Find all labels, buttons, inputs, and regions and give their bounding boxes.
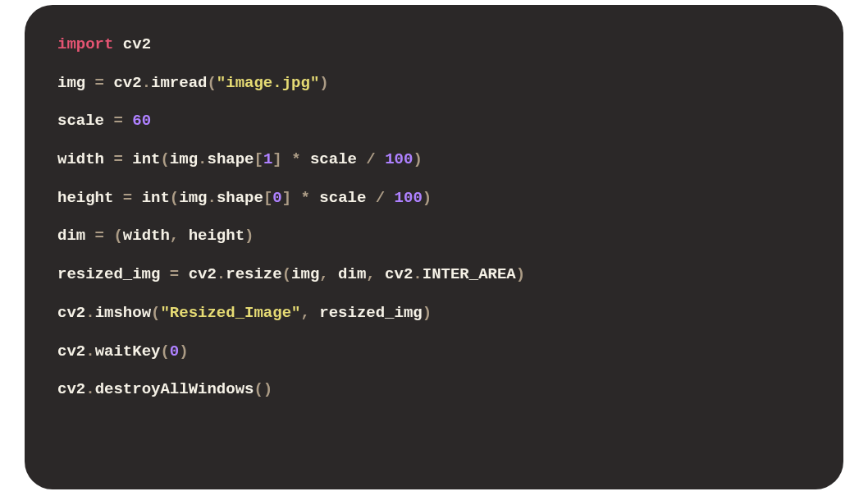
code-token: , — [300, 304, 309, 322]
code-token: 60 — [132, 112, 151, 130]
code-token: = — [95, 74, 104, 92]
code-line: scale = 60 — [57, 111, 811, 131]
code-token: . — [85, 304, 94, 322]
code-token: = — [170, 265, 179, 283]
code-token: , — [170, 227, 179, 245]
code-token: . — [413, 265, 422, 283]
code-token: 100 — [385, 150, 413, 168]
code-token: import — [57, 35, 113, 53]
code-token: . — [217, 265, 226, 283]
code-token — [376, 150, 385, 168]
code-token: cv2 — [104, 74, 142, 92]
code-token: shape — [207, 150, 254, 168]
code-token: resize — [226, 265, 281, 283]
code-token — [282, 150, 291, 168]
code-token: scale — [310, 189, 376, 207]
code-line: cv2.imshow("Resized_Image", resized_img) — [57, 303, 811, 324]
code-token: ( — [282, 265, 291, 283]
code-token: ) — [179, 342, 188, 361]
code-token: ( — [151, 304, 160, 322]
code-token: ) — [319, 74, 328, 92]
code-token: = — [113, 150, 122, 168]
code-token: height — [179, 227, 244, 245]
code-token: scale — [57, 112, 113, 130]
code-line: dim = (width, height) — [57, 226, 811, 246]
code-token: = — [123, 189, 132, 207]
code-token: 1 — [263, 150, 272, 168]
code-token: ] — [282, 189, 291, 207]
code-token: shape — [217, 189, 263, 207]
code-token — [123, 112, 132, 130]
code-token: ] — [272, 150, 281, 168]
code-token: ( — [160, 150, 169, 168]
code-token: cv2 — [57, 304, 85, 322]
code-token: / — [376, 189, 385, 207]
code-token: int — [132, 150, 160, 168]
code-token: ( — [113, 227, 122, 245]
code-token — [104, 227, 113, 245]
code-token: . — [207, 189, 216, 207]
code-token: cv2 — [57, 380, 85, 398]
code-line: height = int(img.shape[0] * scale / 100) — [57, 188, 811, 209]
code-token: ) — [423, 304, 432, 322]
code-token: cv2 — [179, 265, 217, 283]
code-token: ) — [413, 150, 422, 168]
code-line: import cv2 — [57, 34, 811, 55]
code-token: ) — [423, 189, 432, 207]
code-token — [385, 189, 394, 207]
code-token: img — [179, 189, 207, 207]
code-token: "Resized_Image" — [160, 304, 300, 322]
code-token: "image.jpg" — [217, 74, 319, 92]
code-token: . — [142, 74, 151, 92]
code-token: cv2 — [57, 342, 85, 361]
code-line: resized_img = cv2.resize(img, dim, cv2.I… — [57, 264, 811, 285]
code-token: cv2 — [376, 265, 413, 283]
code-token: 0 — [170, 342, 179, 361]
code-token: / — [366, 150, 375, 168]
code-block: import cv2img = cv2.imread("image.jpg")s… — [25, 5, 843, 489]
code-token: 0 — [272, 189, 281, 207]
code-token: int — [142, 189, 170, 207]
code-token: imread — [151, 74, 207, 92]
code-token: width — [123, 227, 170, 245]
code-token: () — [254, 380, 272, 398]
code-token: width — [57, 150, 113, 168]
code-token — [132, 189, 141, 207]
code-token: ( — [170, 189, 179, 207]
code-token: , — [366, 265, 375, 283]
code-token: dim — [57, 227, 95, 245]
code-token: 100 — [395, 189, 423, 207]
code-token: dim — [329, 265, 367, 283]
code-token: imshow — [95, 304, 151, 322]
code-token: ( — [207, 74, 216, 92]
code-token — [291, 189, 300, 207]
code-token: [ — [263, 189, 272, 207]
code-token: . — [85, 380, 94, 398]
code-line: cv2.waitKey(0) — [57, 342, 811, 362]
code-token: resized_img — [57, 265, 170, 283]
code-token: resized_img — [310, 304, 423, 322]
code-token: ) — [244, 227, 254, 245]
code-token: , — [319, 265, 328, 283]
code-token — [123, 150, 132, 168]
code-token: ( — [160, 342, 169, 361]
code-token: . — [85, 342, 94, 361]
code-token: = — [95, 227, 104, 245]
code-token: img — [57, 74, 95, 92]
code-token: * — [301, 189, 310, 207]
code-token: img — [291, 265, 319, 283]
code-token: img — [170, 150, 198, 168]
code-token: cv2 — [113, 35, 151, 53]
code-token: = — [113, 112, 122, 130]
code-line: width = int(img.shape[1] * scale / 100) — [57, 149, 811, 170]
code-token: . — [198, 150, 207, 168]
code-token: waitKey — [95, 342, 161, 361]
code-token: [ — [254, 150, 263, 168]
code-token: destroyAllWindows — [95, 380, 254, 398]
code-line: img = cv2.imread("image.jpg") — [57, 73, 811, 94]
code-token: * — [291, 150, 300, 168]
code-token: scale — [301, 150, 367, 168]
code-token: height — [57, 189, 123, 207]
code-token: INTER_AREA — [423, 265, 516, 283]
code-token: ) — [516, 265, 525, 283]
